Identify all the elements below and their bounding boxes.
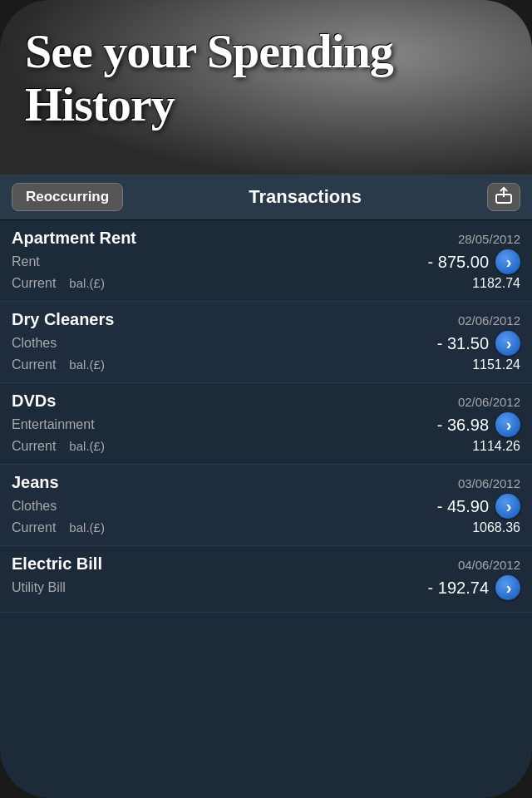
tx-bal-label: bal.(£) — [69, 520, 105, 534]
toolbar-title: Transactions — [123, 186, 487, 208]
tx-detail-button[interactable] — [495, 575, 520, 600]
tx-amount: - 31.50 — [437, 334, 489, 353]
tx-amount: - 875.00 — [428, 253, 489, 272]
tx-name: DVDs — [12, 392, 56, 411]
toolbar: Reoccurring Transactions — [0, 175, 532, 220]
header-title-line1: See your Spending — [25, 24, 393, 78]
tx-detail-button[interactable] — [495, 412, 520, 437]
tx-name: Apartment Rent — [12, 229, 136, 248]
table-row: Apartment Rent 28/05/2012 Rent - 875.00 … — [0, 220, 532, 302]
export-icon — [495, 186, 513, 209]
tx-date: 03/06/2012 — [458, 476, 520, 490]
tx-bal-label: bal.(£) — [69, 439, 105, 453]
tx-category: Clothes — [12, 336, 57, 351]
header-title: See your Spending History — [25, 25, 507, 131]
tx-date: 28/05/2012 — [458, 232, 520, 246]
tx-balance: 1151.24 — [472, 357, 520, 372]
tx-date: 02/06/2012 — [458, 395, 520, 409]
tx-detail-button[interactable] — [495, 331, 520, 356]
tx-category: Utility Bill — [12, 580, 66, 595]
table-row: Dry Cleaners 02/06/2012 Clothes - 31.50 … — [0, 302, 532, 383]
tx-bal-label: bal.(£) — [69, 276, 105, 290]
tx-name: Jeans — [12, 473, 59, 492]
table-row: Electric Bill 04/06/2012 Utility Bill - … — [0, 546, 532, 613]
transaction-list: Apartment Rent 28/05/2012 Rent - 875.00 … — [0, 220, 532, 796]
tx-amount: - 45.90 — [437, 497, 489, 516]
tx-category: Clothes — [12, 499, 57, 514]
tx-category: Rent — [12, 254, 40, 269]
tx-amount: - 192.74 — [428, 579, 489, 598]
tx-account: Current — [12, 439, 56, 454]
tx-date: 02/06/2012 — [458, 313, 520, 328]
table-row: Jeans 03/06/2012 Clothes - 45.90 Current… — [0, 465, 532, 546]
tx-balance: 1068.36 — [472, 520, 520, 535]
tx-detail-button[interactable] — [495, 249, 520, 274]
content-area: Reoccurring Transactions Apartment Rent … — [0, 175, 532, 798]
tx-bal-label: bal.(£) — [69, 357, 105, 372]
header-title-line2: History — [25, 77, 175, 131]
tx-name: Dry Cleaners — [12, 310, 114, 329]
reoccurring-tab[interactable]: Reoccurring — [12, 183, 123, 211]
tx-balance: 1182.74 — [472, 276, 520, 291]
tx-amount: - 36.98 — [437, 416, 489, 435]
tx-balance: 1114.26 — [472, 439, 520, 454]
tx-category: Entertainment — [12, 417, 95, 432]
tx-account: Current — [12, 276, 56, 291]
table-row: DVDs 02/06/2012 Entertainment - 36.98 Cu… — [0, 383, 532, 465]
tx-detail-button[interactable] — [495, 494, 520, 519]
export-button[interactable] — [487, 183, 520, 211]
tx-date: 04/06/2012 — [458, 558, 520, 572]
tx-name: Electric Bill — [12, 554, 102, 574]
phone-frame: See your Spending History Reoccurring Tr… — [0, 0, 532, 798]
tx-account: Current — [12, 357, 56, 372]
tx-account: Current — [12, 520, 56, 535]
